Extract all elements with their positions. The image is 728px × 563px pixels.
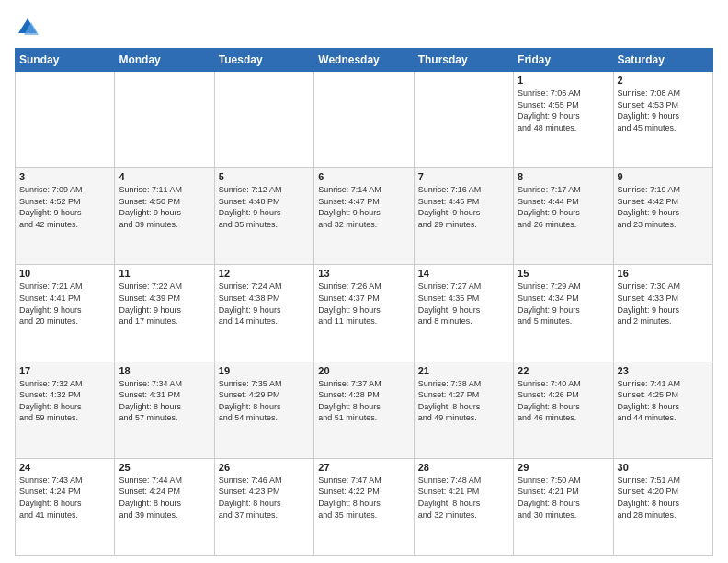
week-row: 10Sunrise: 7:21 AM Sunset: 4:41 PM Dayli… bbox=[16, 265, 713, 362]
day-info: Sunrise: 7:48 AM Sunset: 4:21 PM Dayligh… bbox=[418, 475, 509, 521]
calendar-header: SundayMondayTuesdayWednesdayThursdayFrid… bbox=[16, 49, 713, 72]
day-number: 13 bbox=[318, 268, 409, 279]
day-cell: 23Sunrise: 7:41 AM Sunset: 4:25 PM Dayli… bbox=[613, 362, 712, 458]
day-number: 27 bbox=[318, 462, 409, 473]
day-number: 17 bbox=[19, 365, 110, 376]
day-cell: 18Sunrise: 7:34 AM Sunset: 4:31 PM Dayli… bbox=[115, 362, 214, 458]
day-info: Sunrise: 7:43 AM Sunset: 4:24 PM Dayligh… bbox=[19, 475, 110, 521]
day-number: 11 bbox=[119, 268, 210, 279]
day-number: 5 bbox=[219, 171, 310, 182]
day-cell: 14Sunrise: 7:27 AM Sunset: 4:35 PM Dayli… bbox=[414, 265, 513, 362]
day-info: Sunrise: 7:32 AM Sunset: 4:32 PM Dayligh… bbox=[19, 378, 110, 424]
day-info: Sunrise: 7:46 AM Sunset: 4:23 PM Dayligh… bbox=[219, 475, 310, 521]
day-number: 4 bbox=[119, 171, 210, 182]
day-cell: 13Sunrise: 7:26 AM Sunset: 4:37 PM Dayli… bbox=[314, 265, 414, 362]
day-info: Sunrise: 7:40 AM Sunset: 4:26 PM Dayligh… bbox=[518, 378, 609, 424]
calendar: SundayMondayTuesdayWednesdayThursdayFrid… bbox=[15, 48, 713, 556]
header-row: SundayMondayTuesdayWednesdayThursdayFrid… bbox=[16, 49, 713, 72]
day-number: 29 bbox=[518, 462, 609, 473]
day-number: 7 bbox=[418, 171, 509, 182]
day-info: Sunrise: 7:19 AM Sunset: 4:42 PM Dayligh… bbox=[618, 184, 709, 230]
day-number: 22 bbox=[518, 365, 609, 376]
day-number: 15 bbox=[518, 268, 609, 279]
day-number: 30 bbox=[618, 462, 709, 473]
day-cell bbox=[314, 72, 414, 168]
day-info: Sunrise: 7:06 AM Sunset: 4:55 PM Dayligh… bbox=[518, 87, 609, 133]
day-info: Sunrise: 7:14 AM Sunset: 4:47 PM Dayligh… bbox=[318, 184, 409, 230]
day-cell: 3Sunrise: 7:09 AM Sunset: 4:52 PM Daylig… bbox=[16, 168, 115, 265]
day-cell: 1Sunrise: 7:06 AM Sunset: 4:55 PM Daylig… bbox=[514, 72, 613, 168]
day-info: Sunrise: 7:22 AM Sunset: 4:39 PM Dayligh… bbox=[119, 281, 210, 327]
day-cell: 22Sunrise: 7:40 AM Sunset: 4:26 PM Dayli… bbox=[514, 362, 613, 458]
day-number: 1 bbox=[518, 75, 609, 86]
weekday-header: Monday bbox=[115, 49, 214, 72]
weekday-header: Friday bbox=[514, 49, 613, 72]
day-cell: 10Sunrise: 7:21 AM Sunset: 4:41 PM Dayli… bbox=[16, 265, 115, 362]
day-number: 21 bbox=[418, 365, 509, 376]
day-number: 24 bbox=[19, 462, 110, 473]
day-cell: 16Sunrise: 7:30 AM Sunset: 4:33 PM Dayli… bbox=[613, 265, 712, 362]
day-number: 14 bbox=[418, 268, 509, 279]
day-info: Sunrise: 7:21 AM Sunset: 4:41 PM Dayligh… bbox=[19, 281, 110, 327]
day-info: Sunrise: 7:16 AM Sunset: 4:45 PM Dayligh… bbox=[418, 184, 509, 230]
weekday-header: Wednesday bbox=[314, 49, 414, 72]
day-cell: 28Sunrise: 7:48 AM Sunset: 4:21 PM Dayli… bbox=[414, 458, 513, 555]
day-cell: 21Sunrise: 7:38 AM Sunset: 4:27 PM Dayli… bbox=[414, 362, 513, 458]
day-number: 10 bbox=[19, 268, 110, 279]
day-info: Sunrise: 7:24 AM Sunset: 4:38 PM Dayligh… bbox=[219, 281, 310, 327]
day-cell: 20Sunrise: 7:37 AM Sunset: 4:28 PM Dayli… bbox=[314, 362, 414, 458]
day-number: 20 bbox=[318, 365, 409, 376]
day-cell: 9Sunrise: 7:19 AM Sunset: 4:42 PM Daylig… bbox=[613, 168, 712, 265]
day-cell bbox=[414, 72, 513, 168]
day-cell: 6Sunrise: 7:14 AM Sunset: 4:47 PM Daylig… bbox=[314, 168, 414, 265]
day-number: 6 bbox=[318, 171, 409, 182]
day-cell: 4Sunrise: 7:11 AM Sunset: 4:50 PM Daylig… bbox=[115, 168, 214, 265]
day-number: 3 bbox=[19, 171, 110, 182]
weekday-header: Sunday bbox=[16, 49, 115, 72]
day-cell bbox=[16, 72, 115, 168]
logo bbox=[15, 15, 44, 40]
day-info: Sunrise: 7:35 AM Sunset: 4:29 PM Dayligh… bbox=[219, 378, 310, 424]
day-info: Sunrise: 7:11 AM Sunset: 4:50 PM Dayligh… bbox=[119, 184, 210, 230]
day-cell: 7Sunrise: 7:16 AM Sunset: 4:45 PM Daylig… bbox=[414, 168, 513, 265]
day-cell: 12Sunrise: 7:24 AM Sunset: 4:38 PM Dayli… bbox=[214, 265, 313, 362]
day-info: Sunrise: 7:47 AM Sunset: 4:22 PM Dayligh… bbox=[318, 475, 409, 521]
day-number: 2 bbox=[618, 75, 709, 86]
week-row: 24Sunrise: 7:43 AM Sunset: 4:24 PM Dayli… bbox=[16, 458, 713, 555]
day-info: Sunrise: 7:08 AM Sunset: 4:53 PM Dayligh… bbox=[618, 87, 709, 133]
day-cell: 30Sunrise: 7:51 AM Sunset: 4:20 PM Dayli… bbox=[613, 458, 712, 555]
day-info: Sunrise: 7:26 AM Sunset: 4:37 PM Dayligh… bbox=[318, 281, 409, 327]
day-cell: 19Sunrise: 7:35 AM Sunset: 4:29 PM Dayli… bbox=[214, 362, 313, 458]
day-number: 23 bbox=[618, 365, 709, 376]
day-cell: 11Sunrise: 7:22 AM Sunset: 4:39 PM Dayli… bbox=[115, 265, 214, 362]
day-cell: 27Sunrise: 7:47 AM Sunset: 4:22 PM Dayli… bbox=[314, 458, 414, 555]
day-number: 8 bbox=[518, 171, 609, 182]
day-number: 19 bbox=[219, 365, 310, 376]
day-info: Sunrise: 7:34 AM Sunset: 4:31 PM Dayligh… bbox=[119, 378, 210, 424]
day-number: 28 bbox=[418, 462, 509, 473]
page: SundayMondayTuesdayWednesdayThursdayFrid… bbox=[0, 0, 728, 563]
weekday-header: Thursday bbox=[414, 49, 513, 72]
day-info: Sunrise: 7:41 AM Sunset: 4:25 PM Dayligh… bbox=[618, 378, 709, 424]
day-cell bbox=[115, 72, 214, 168]
logo-icon bbox=[15, 15, 40, 40]
day-number: 16 bbox=[618, 268, 709, 279]
header bbox=[15, 15, 713, 40]
day-cell: 26Sunrise: 7:46 AM Sunset: 4:23 PM Dayli… bbox=[214, 458, 313, 555]
day-cell: 15Sunrise: 7:29 AM Sunset: 4:34 PM Dayli… bbox=[514, 265, 613, 362]
week-row: 17Sunrise: 7:32 AM Sunset: 4:32 PM Dayli… bbox=[16, 362, 713, 458]
day-cell: 5Sunrise: 7:12 AM Sunset: 4:48 PM Daylig… bbox=[214, 168, 313, 265]
calendar-body: 1Sunrise: 7:06 AM Sunset: 4:55 PM Daylig… bbox=[16, 72, 713, 556]
day-cell: 24Sunrise: 7:43 AM Sunset: 4:24 PM Dayli… bbox=[16, 458, 115, 555]
day-number: 26 bbox=[219, 462, 310, 473]
day-info: Sunrise: 7:37 AM Sunset: 4:28 PM Dayligh… bbox=[318, 378, 409, 424]
day-cell: 17Sunrise: 7:32 AM Sunset: 4:32 PM Dayli… bbox=[16, 362, 115, 458]
day-number: 25 bbox=[119, 462, 210, 473]
day-number: 9 bbox=[618, 171, 709, 182]
day-number: 12 bbox=[219, 268, 310, 279]
day-info: Sunrise: 7:09 AM Sunset: 4:52 PM Dayligh… bbox=[19, 184, 110, 230]
week-row: 3Sunrise: 7:09 AM Sunset: 4:52 PM Daylig… bbox=[16, 168, 713, 265]
day-number: 18 bbox=[119, 365, 210, 376]
day-cell bbox=[214, 72, 313, 168]
day-cell: 8Sunrise: 7:17 AM Sunset: 4:44 PM Daylig… bbox=[514, 168, 613, 265]
